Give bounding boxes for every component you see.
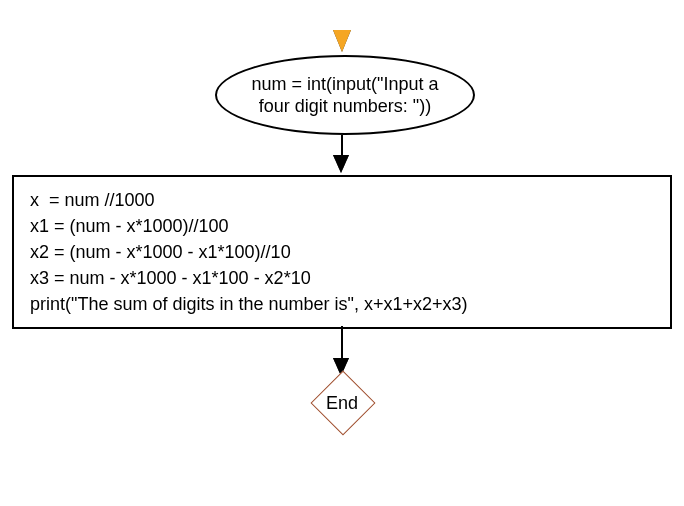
process-node: x = num //1000 x1 = (num - x*1000)//100 … xyxy=(12,175,672,329)
arrow-to-process-icon xyxy=(333,155,349,173)
flowchart-canvas: num = int(input("Input a four digit numb… xyxy=(0,0,684,506)
input-node: num = int(input("Input a four digit numb… xyxy=(215,55,475,135)
process-code-text: x = num //1000 x1 = (num - x*1000)//100 … xyxy=(30,187,654,317)
end-label: End xyxy=(322,393,362,414)
input-code-text: num = int(input("Input a four digit numb… xyxy=(252,73,439,118)
start-arrow-icon xyxy=(333,30,351,52)
